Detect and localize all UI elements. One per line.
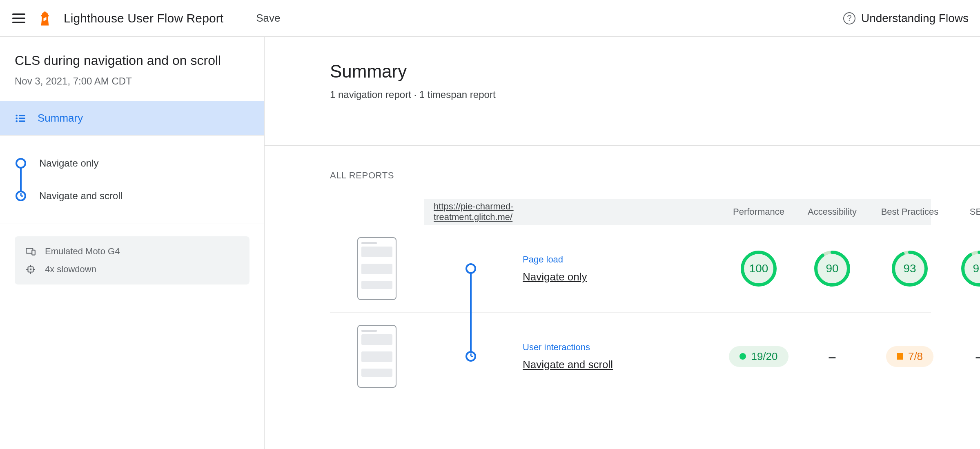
divider xyxy=(265,145,980,146)
flow-date: Nov 3, 2021, 7:00 AM CDT xyxy=(15,76,249,87)
navigation-marker-icon xyxy=(16,158,26,169)
score-pill[interactable]: 19/20 xyxy=(729,346,788,367)
navigation-marker-icon xyxy=(466,263,476,274)
report-row: User interactions Navigate and scroll 19… xyxy=(330,313,931,400)
env-cpu: 4x slowdown xyxy=(25,264,239,275)
sidebar-step-label: Navigate only xyxy=(39,158,98,169)
page-thumbnail xyxy=(357,325,396,388)
svg-point-2 xyxy=(16,117,18,119)
svg-point-0 xyxy=(16,114,18,116)
lighthouse-logo-icon xyxy=(39,11,51,26)
summary-subheading: 1 navigation report · 1 timespan report xyxy=(330,89,980,100)
menu-icon[interactable] xyxy=(11,11,26,26)
chip-icon xyxy=(25,264,36,275)
env-cpu-label: 4x slowdown xyxy=(45,264,96,275)
devices-icon xyxy=(25,246,36,257)
summary-heading: Summary xyxy=(330,61,980,82)
column-best-practices: Best Practices xyxy=(869,207,951,217)
timespan-marker-icon xyxy=(16,191,26,201)
understanding-flows-link[interactable]: ? Understanding Flows xyxy=(843,12,969,25)
score-gauge[interactable]: 91 xyxy=(960,250,980,287)
svg-point-4 xyxy=(16,120,18,122)
column-url[interactable]: https://pie-charmed-treatment.glitch.me/ xyxy=(424,201,518,222)
column-accessibility: Accessibility xyxy=(795,207,869,217)
env-device: Emulated Moto G4 xyxy=(25,246,239,257)
sidebar: CLS during navigation and on scroll Nov … xyxy=(0,37,265,449)
list-icon xyxy=(15,113,26,124)
svg-rect-9 xyxy=(30,269,31,270)
svg-rect-1 xyxy=(19,115,25,116)
save-button[interactable]: Save xyxy=(256,12,280,24)
sidebar-step-navigate-and-scroll[interactable]: Navigate and scroll xyxy=(15,180,264,212)
sidebar-header: CLS during navigation and on scroll Nov … xyxy=(0,37,264,101)
flow-title: CLS during navigation and on scroll xyxy=(15,53,249,68)
app-title: Lighthouse User Flow Report xyxy=(64,11,223,25)
step-type-label: Page load xyxy=(523,254,722,265)
score-gauge[interactable]: 93 xyxy=(891,250,929,287)
help-icon: ? xyxy=(843,12,855,24)
environment-box: Emulated Moto G4 4x slowdown xyxy=(15,236,249,285)
page-thumbnail xyxy=(357,237,396,300)
column-performance: Performance xyxy=(722,207,795,217)
sidebar-steps: Navigate only Navigate and scroll xyxy=(0,136,264,224)
step-name-link[interactable]: Navigate only xyxy=(523,271,722,283)
timespan-marker-icon xyxy=(466,351,476,362)
sidebar-summary-label: Summary xyxy=(38,112,83,124)
column-seo: SEO xyxy=(951,207,980,217)
score-gauge[interactable]: 90 xyxy=(813,250,851,287)
topbar: Lighthouse User Flow Report Save ? Under… xyxy=(0,0,980,37)
reports-table: https://pie-charmed-treatment.glitch.me/… xyxy=(330,199,980,400)
svg-rect-5 xyxy=(19,120,25,122)
step-type-label: User interactions xyxy=(523,342,722,353)
sidebar-item-summary[interactable]: Summary xyxy=(0,101,264,136)
table-header: https://pie-charmed-treatment.glitch.me/… xyxy=(424,199,931,225)
main-content: Summary 1 navigation report · 1 timespan… xyxy=(265,37,980,449)
score-empty: – xyxy=(951,349,980,365)
score-pill[interactable]: 7/8 xyxy=(886,346,933,367)
svg-rect-3 xyxy=(19,118,25,119)
report-row: Page load Navigate only 100 90 93 xyxy=(330,225,931,313)
step-name-link[interactable]: Navigate and scroll xyxy=(523,358,722,371)
sidebar-step-label: Navigate and scroll xyxy=(39,190,122,202)
all-reports-label: ALL REPORTS xyxy=(330,170,980,181)
svg-rect-7 xyxy=(32,250,35,255)
score-gauge[interactable]: 100 xyxy=(740,250,777,287)
help-link-label: Understanding Flows xyxy=(861,12,969,25)
sidebar-step-navigate-only[interactable]: Navigate only xyxy=(15,147,264,180)
env-device-label: Emulated Moto G4 xyxy=(45,246,120,257)
score-empty: – xyxy=(795,349,869,365)
